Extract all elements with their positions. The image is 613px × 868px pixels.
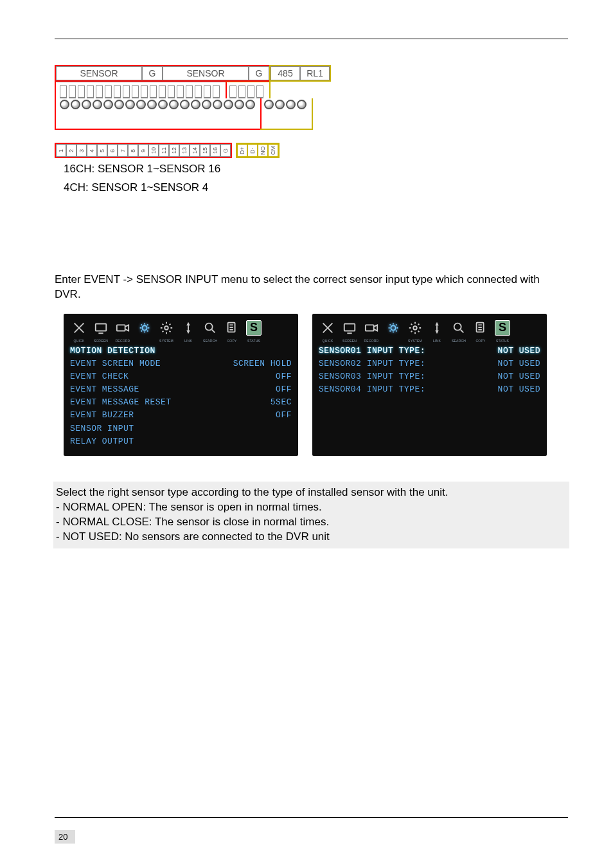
label-rl1: RL1 xyxy=(300,66,330,80)
menu-list-sensor-input: SENSOR01 INPUT TYPE:NOT USED SENSOR02 IN… xyxy=(319,345,540,397)
menu-item: SENSOR02 INPUT TYPE:NOT USED xyxy=(319,357,540,370)
menu-list-event: MOTION DETECTION EVENT SCREEN MODESCREEN… xyxy=(70,345,292,448)
search-icon: SEARCH xyxy=(201,319,219,337)
note-line: - NORMAL OPEN: The sensor is open in nor… xyxy=(56,500,568,515)
status-icon: SSTATUS xyxy=(245,319,263,337)
note-line: - NOT USED: No sensors are connected to … xyxy=(56,530,568,545)
svg-point-9 xyxy=(413,326,417,330)
svg-point-2 xyxy=(142,325,147,330)
terminal-circle-row xyxy=(55,98,350,130)
caption-16ch: 16CH: SENSOR 1~SENSOR 16 xyxy=(64,162,568,177)
link-icon: LINK xyxy=(428,319,446,337)
menu-icon-bar: QUICK SCREEN RECORD SYSTEM LINK SEARCH C… xyxy=(319,319,540,337)
menu-item: SENSOR03 INPUT TYPE:NOT USED xyxy=(319,370,540,383)
note-line: Select the right sensor type according t… xyxy=(56,485,568,500)
menu-item: RELAY OUTPUT xyxy=(70,435,292,448)
menu-icon-bar: QUICK SCREEN RECORD SYSTEM LINK SEARCH C… xyxy=(70,319,292,337)
record-icon: RECORD xyxy=(362,319,380,337)
menu-item: MOTION DETECTION xyxy=(70,345,292,357)
search-icon: SEARCH xyxy=(450,319,468,337)
sensor-label-2: SENSOR xyxy=(163,66,249,80)
status-icon: SSTATUS xyxy=(493,319,511,337)
page-number: 20 xyxy=(55,830,75,844)
menu-screenshot-sensor-input: QUICK SCREEN RECORD SYSTEM LINK SEARCH C… xyxy=(312,314,547,456)
screen-icon: SCREEN xyxy=(341,319,359,337)
svg-point-4 xyxy=(206,323,213,330)
system-icon: SYSTEM xyxy=(157,319,175,337)
menu-item: SENSOR01 INPUT TYPE:NOT USED xyxy=(319,345,540,357)
note-line: - NORMAL CLOSE: The sensor is close in n… xyxy=(56,515,568,530)
terminal-teeth-row xyxy=(55,82,350,98)
sensor-connector-diagram: SENSOR G SENSOR G 485 RL1 xyxy=(55,65,350,158)
menu-item: SENSOR INPUT xyxy=(70,422,292,435)
rule-top xyxy=(55,39,568,39)
svg-rect-0 xyxy=(96,323,107,330)
menu-item: EVENT CHECKOFF xyxy=(70,370,292,383)
menu-screenshot-event: QUICK SCREEN RECORD SYSTEM LINK SEARCH C… xyxy=(64,314,298,456)
svg-point-3 xyxy=(164,326,168,330)
record-icon: RECORD xyxy=(114,319,132,337)
menu-item: SENSOR04 INPUT TYPE:NOT USED xyxy=(319,383,540,396)
copy-icon: COPY xyxy=(223,319,241,337)
rule-bottom xyxy=(55,817,568,818)
quick-icon: QUICK xyxy=(319,319,337,337)
note-block: Select the right sensor type according t… xyxy=(53,482,569,548)
menu-item: EVENT MESSAGEOFF xyxy=(70,383,292,396)
sensor-label-1: SENSOR xyxy=(56,66,142,80)
terminal-number-row: 1 2 3 4 5 6 7 8 9 10 11 12 13 14 15 16 G… xyxy=(55,143,350,158)
label-485: 485 xyxy=(271,66,300,80)
event-icon xyxy=(136,319,154,337)
event-icon xyxy=(384,319,402,337)
svg-point-8 xyxy=(391,325,395,330)
menu-item: EVENT MESSAGE RESET5SEC xyxy=(70,396,292,409)
svg-rect-7 xyxy=(366,325,374,330)
copy-icon: COPY xyxy=(472,319,490,337)
caption-4ch: 4CH: SENSOR 1~SENSOR 4 xyxy=(64,181,568,195)
sensor-block-left: SENSOR G SENSOR G xyxy=(55,65,271,82)
svg-rect-6 xyxy=(344,323,355,330)
svg-rect-1 xyxy=(117,325,125,330)
menu-item: EVENT SCREEN MODESCREEN HOLD xyxy=(70,357,292,370)
system-icon: SYSTEM xyxy=(406,319,424,337)
screen-icon: SCREEN xyxy=(92,319,110,337)
link-icon: LINK xyxy=(179,319,197,337)
g-label-1: G xyxy=(142,66,163,80)
quick-icon: QUICK xyxy=(70,319,88,337)
g-label-2: G xyxy=(249,66,269,80)
menu-item: EVENT BUZZEROFF xyxy=(70,409,292,422)
svg-point-10 xyxy=(454,323,461,330)
sensor-block-right: 485 RL1 xyxy=(269,65,331,82)
paragraph-instruction: Enter EVENT -> SENSOR INPUT menu to sele… xyxy=(55,273,568,302)
